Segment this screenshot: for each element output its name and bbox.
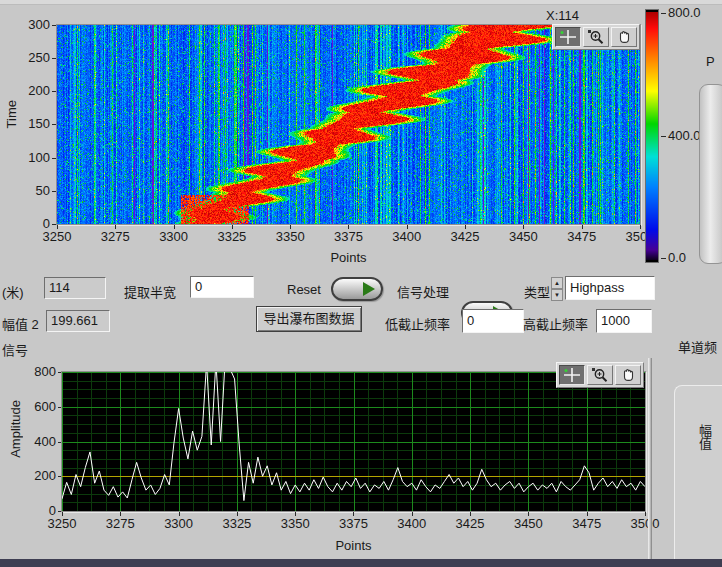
- axis-tick-label: 3450: [508, 516, 548, 531]
- export-waterfall-button[interactable]: 导出瀑布图数据: [256, 306, 362, 332]
- waveform-canvas[interactable]: [62, 372, 645, 511]
- axis-tick-label: 3400: [392, 516, 432, 531]
- axis-tick-label: 300: [14, 18, 50, 32]
- axis-tick-label: 200: [20, 469, 56, 483]
- reset-label: Reset: [287, 282, 321, 297]
- low-cutoff-label: 低截止频率: [385, 314, 450, 333]
- axis-tick-label: 400: [20, 435, 56, 449]
- signal-processing-label: 信号处理: [397, 282, 449, 301]
- axis-tick-label: 50: [14, 184, 50, 198]
- axis-tick-label: 3475: [562, 229, 602, 244]
- right-side-panel: 幅值: [674, 385, 722, 560]
- high-cutoff-input[interactable]: 1000: [596, 309, 652, 333]
- distance-label: (米): [2, 282, 24, 301]
- cursor-readout: X:114: [546, 8, 579, 23]
- waterfall-graph-toolbar: [552, 24, 640, 50]
- axis-tick-label: 3425: [450, 516, 490, 531]
- axis-tick-label: 3275: [95, 229, 135, 244]
- waveform-x-axis-label: Points: [62, 538, 645, 553]
- panel-divider: [648, 358, 652, 560]
- application-window: Time 300250200150100500 X:114 3250327533…: [0, 0, 722, 567]
- axis-tick-label: 600: [20, 400, 56, 414]
- axis-tick-label: 3250: [42, 516, 82, 531]
- axis-tick-label: 3375: [333, 516, 373, 531]
- filter-type-label: 类型: [524, 282, 550, 301]
- half-width-label: 提取半宽: [124, 282, 176, 301]
- pan-tool-icon[interactable]: [611, 27, 637, 47]
- filter-type-spinner: ▲ ▼: [551, 277, 563, 299]
- spinner-up-icon[interactable]: ▲: [551, 277, 563, 289]
- axis-tick-label: 200: [14, 84, 50, 98]
- axis-tick-label: 3350: [270, 229, 310, 244]
- zoom-tool-icon[interactable]: [587, 365, 613, 385]
- waveform-y-ticks: 8006004002000: [20, 365, 56, 518]
- waveform-graph-toolbar: [556, 362, 644, 388]
- signal-section-label: 信号: [2, 340, 28, 359]
- window-bottom-strip: [0, 559, 722, 567]
- color-scale-frame: [645, 9, 659, 263]
- axis-tick-label: 3300: [154, 229, 194, 244]
- waveform-x-ticks: 3250327533003325335033753400342534503475…: [42, 516, 665, 531]
- pan-tool-icon[interactable]: [615, 365, 641, 385]
- spinner-down-icon[interactable]: ▼: [551, 289, 563, 301]
- window-top-strip: [0, 0, 722, 5]
- side-vertical-slider[interactable]: [699, 84, 722, 264]
- amplitude2-value-field[interactable]: 199.661: [46, 310, 110, 332]
- waveform-plot-frame: [61, 371, 646, 512]
- axis-tick-label: 100: [14, 151, 50, 165]
- waterfall-y-ticks: 300250200150100500: [14, 18, 50, 231]
- half-width-input[interactable]: 0: [190, 276, 254, 298]
- axis-tick-label: 3300: [159, 516, 199, 531]
- axis-tick-label: 3325: [212, 229, 252, 244]
- waterfall-plot-frame: [56, 24, 641, 225]
- high-cutoff-label: 高截止频率: [523, 314, 588, 333]
- amplitude2-label: 幅值 2: [2, 314, 39, 333]
- axis-tick-label: 3400: [387, 229, 427, 244]
- single-channel-section-label: 单道频: [678, 337, 717, 356]
- axis-tick-label: 3475: [567, 516, 607, 531]
- axis-tick-label: 3375: [328, 229, 368, 244]
- axis-tick-label: 3250: [37, 229, 77, 244]
- reset-toggle-button[interactable]: [331, 277, 383, 301]
- axis-tick-label: 800: [20, 365, 56, 379]
- axis-tick-label: 3500: [625, 516, 665, 531]
- axis-tick-label: 800.0: [661, 5, 709, 21]
- color-scale-ramp: [646, 10, 658, 262]
- side-partial-label: P: [706, 54, 715, 69]
- cursor-tool-icon[interactable]: [555, 27, 581, 47]
- waterfall-heatmap-canvas[interactable]: [57, 25, 640, 224]
- axis-tick-label: 3450: [503, 229, 543, 244]
- distance-value-field[interactable]: 114: [44, 277, 106, 299]
- waterfall-x-axis-label: Points: [57, 250, 640, 265]
- toggle-arrow-icon: [363, 282, 375, 296]
- zoom-tool-icon[interactable]: [583, 27, 609, 47]
- axis-tick-label: 3425: [445, 229, 485, 244]
- side-panel-axis-label: 幅值: [695, 424, 714, 450]
- axis-tick-label: 150: [14, 117, 50, 131]
- waterfall-x-ticks: 3250327533003325335033753400342534503475…: [37, 229, 660, 244]
- axis-tick-label: 250: [14, 51, 50, 65]
- filter-type-combo[interactable]: Highpass: [565, 276, 655, 300]
- axis-tick-label: 3325: [217, 516, 257, 531]
- cursor-tool-icon[interactable]: [559, 365, 585, 385]
- axis-tick-label: 3350: [275, 516, 315, 531]
- axis-tick-label: 3275: [100, 516, 140, 531]
- low-cutoff-input[interactable]: 0: [462, 309, 524, 333]
